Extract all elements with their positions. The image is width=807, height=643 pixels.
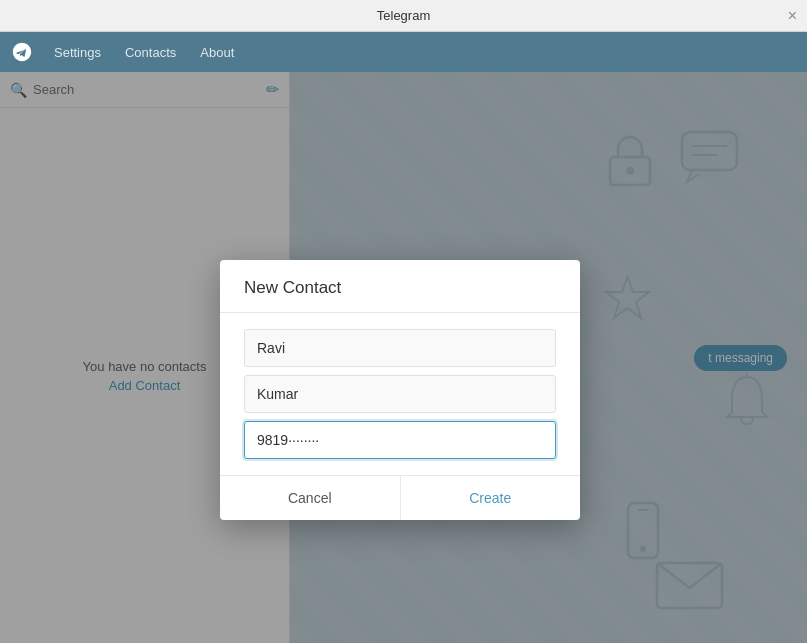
last-name-input[interactable] bbox=[244, 375, 556, 413]
dialog-title: New Contact bbox=[244, 278, 341, 297]
create-button[interactable]: Create bbox=[401, 476, 581, 520]
first-name-input[interactable] bbox=[244, 329, 556, 367]
menu-contacts[interactable]: Contacts bbox=[115, 41, 186, 64]
dialog-footer: Cancel Create bbox=[220, 475, 580, 520]
cancel-button[interactable]: Cancel bbox=[220, 476, 401, 520]
window-title: Telegram bbox=[377, 8, 430, 23]
menu-settings[interactable]: Settings bbox=[44, 41, 111, 64]
new-contact-dialog: New Contact Cancel Create bbox=[220, 260, 580, 520]
telegram-logo bbox=[8, 38, 36, 66]
dialog-body bbox=[220, 313, 580, 475]
title-bar: Telegram × bbox=[0, 0, 807, 32]
menu-about[interactable]: About bbox=[190, 41, 244, 64]
phone-input[interactable] bbox=[244, 421, 556, 459]
close-button[interactable]: × bbox=[788, 8, 797, 24]
dialog-header: New Contact bbox=[220, 260, 580, 313]
main-layout: 🔍 ✏ You have no contacts Add Contact bbox=[0, 72, 807, 643]
menu-bar: Settings Contacts About bbox=[0, 32, 807, 72]
